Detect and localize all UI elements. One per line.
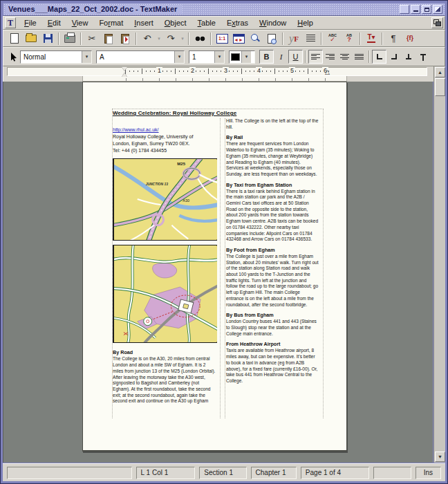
minimize-button[interactable] <box>411 5 420 14</box>
zoom-100-button[interactable]: 1:1 <box>214 31 230 46</box>
maximize-button[interactable] <box>422 5 431 14</box>
menu-view[interactable]: View <box>66 17 94 28</box>
field-braces-icon: {f} <box>407 35 413 41</box>
toolbar-separator <box>305 50 306 63</box>
campus-map-image <box>114 245 217 342</box>
thesaurus-button[interactable]: AB? <box>341 31 357 46</box>
italic-button[interactable]: I <box>274 50 288 64</box>
standard-toolbar: ✂ ↶ ▾ ↷ ▾ 1:1 ◄► yF ABC✓ AB? T▾ ¶ {f} <box>3 30 445 47</box>
section-heading: By Rail <box>226 134 319 140</box>
style-combo-value: Normal <box>21 53 82 61</box>
open-button[interactable] <box>23 31 39 46</box>
fit-width-button[interactable]: ◄► <box>230 31 247 46</box>
tab-right-button[interactable] <box>386 50 401 64</box>
menu-file[interactable]: File <box>19 17 42 28</box>
menu-object[interactable]: Object <box>159 17 192 28</box>
object-pointer-button[interactable] <box>6 50 20 64</box>
menu-help[interactable]: Help <box>292 17 319 28</box>
open-folder-icon <box>26 35 37 42</box>
menu-extras[interactable]: Extras <box>221 17 254 28</box>
print-preview-button[interactable] <box>263 31 280 46</box>
paragraph-lines-icon <box>306 35 315 42</box>
chevron-down-icon[interactable]: ▾ <box>241 51 251 63</box>
character-style-button[interactable]: yF <box>286 31 302 46</box>
print-button[interactable] <box>62 31 78 46</box>
undo-button[interactable]: ↶ <box>139 31 156 46</box>
title-bar[interactable]: Venues___Maps_22_Oct_2002.doc - TextMake… <box>3 3 445 16</box>
section-text: There is a taxi rank behind Egham statio… <box>226 189 319 243</box>
align-justify-icon <box>355 54 364 60</box>
align-right-button[interactable] <box>323 50 337 64</box>
font-color-combo[interactable]: ▾ <box>229 50 255 64</box>
scrollbar-thumb[interactable] <box>435 78 445 96</box>
junction-map-image: M25 JUNCTION 13 A30 <box>114 159 217 240</box>
college-link[interactable]: http://www.rhul.ac.uk/ <box>113 127 216 132</box>
window-blank-button[interactable] <box>400 5 409 14</box>
save-button[interactable] <box>39 31 56 46</box>
menu-edit[interactable]: Edit <box>42 17 66 28</box>
section-text: London Country buses 441 and 443 (Staine… <box>226 319 319 337</box>
section-heading: From Heathrow Airport <box>226 341 319 347</box>
size-combo[interactable]: 1 ▾ <box>189 50 225 64</box>
section-text: There are frequent services from London … <box>226 141 319 177</box>
status-field-l-1-col-1[interactable]: L 1 Col 1 <box>136 467 196 479</box>
font-combo[interactable]: A ▾ <box>96 50 185 64</box>
menu-window[interactable]: Window <box>254 17 292 28</box>
align-center-button[interactable] <box>337 50 352 64</box>
copy-button[interactable] <box>100 31 117 46</box>
ruler-number: 5 <box>289 67 295 75</box>
menu-table[interactable]: Table <box>192 17 221 28</box>
tab-decimal-button[interactable] <box>416 50 430 64</box>
address-line: London, Egham, Surrey TW20 0EX. <box>113 140 216 147</box>
field-codes-button[interactable]: {f} <box>402 31 418 46</box>
indent-marker[interactable] <box>122 67 128 76</box>
status-field-section-1[interactable]: Section 1 <box>199 467 246 479</box>
cut-button[interactable]: ✂ <box>84 31 100 46</box>
menu-insert[interactable]: Insert <box>129 17 159 28</box>
redo-button[interactable]: ↷ <box>162 31 179 46</box>
fit-width-icon: ◄► <box>233 34 245 44</box>
status-field-ins[interactable]: Ins <box>416 467 441 479</box>
scroll-up-button[interactable]: ▲ <box>435 67 445 77</box>
align-left-icon <box>311 54 320 60</box>
restore-button[interactable] <box>433 5 442 14</box>
style-combo[interactable]: Normal ▾ <box>20 50 92 64</box>
app-menu-button[interactable]: T <box>5 17 16 28</box>
status-field-chapter-1[interactable]: Chapter 1 <box>251 467 297 479</box>
paragraph-style-button[interactable] <box>302 31 319 46</box>
toolbar-separator <box>282 32 283 45</box>
cut-scissors-icon: ✂ <box>88 34 96 43</box>
menu-format[interactable]: Format <box>93 17 129 28</box>
chevron-down-icon[interactable]: ▾ <box>82 51 91 63</box>
restore-icon <box>435 7 440 12</box>
formatting-marks-button[interactable]: ¶ <box>385 31 402 46</box>
undo-dropdown[interactable]: ▾ <box>156 31 162 46</box>
vertical-scrollbar[interactable]: ▲ ▼ <box>433 66 445 463</box>
chevron-down-icon[interactable]: ▾ <box>214 51 224 63</box>
scroll-down-button[interactable]: ▼ <box>435 452 445 462</box>
spell-check-button[interactable]: ABC✓ <box>324 31 341 46</box>
by-road-text: The College is on the A30, 20 miles from… <box>113 356 216 404</box>
align-left-button[interactable] <box>308 50 323 64</box>
document-page[interactable]: Wedding Celebration: Royal Holloway Coll… <box>82 82 347 452</box>
status-field-page-1-of-4[interactable]: Page 1 of 4 <box>301 467 369 479</box>
new-document-button[interactable] <box>6 31 23 46</box>
right-indent-marker[interactable]: △ <box>325 68 330 76</box>
paste-button[interactable] <box>117 31 133 46</box>
toolbar-separator <box>188 32 189 45</box>
tab-left-button[interactable] <box>372 50 386 64</box>
insert-text-button[interactable]: T▾ <box>363 31 380 46</box>
document-heading: Wedding Celebration: Royal Holloway Coll… <box>113 110 236 116</box>
underline-button[interactable]: U <box>288 50 303 64</box>
bold-button[interactable]: B <box>259 50 274 64</box>
find-button[interactable] <box>192 31 208 46</box>
chevron-down-icon[interactable]: ▾ <box>174 51 184 63</box>
section-heading: By Bus from Egham <box>226 312 319 318</box>
tab-center-button[interactable] <box>401 50 416 64</box>
align-justify-button[interactable] <box>352 50 366 64</box>
zoom-tool-button[interactable] <box>247 31 263 46</box>
tab-right-icon <box>391 54 397 59</box>
redo-dropdown[interactable]: ▾ <box>179 31 186 46</box>
document-restore-button[interactable] <box>431 17 443 28</box>
zoom-100-icon: 1:1 <box>216 34 228 44</box>
